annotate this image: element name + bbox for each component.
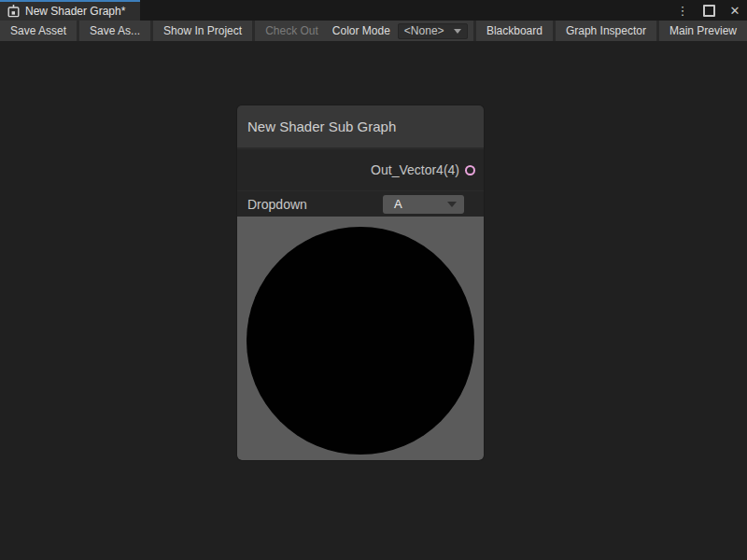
dropdown-property-label: Dropdown xyxy=(247,197,307,212)
maximize-button[interactable] xyxy=(702,4,715,17)
main-preview-toggle-button[interactable]: Main Preview xyxy=(659,21,747,41)
vector4-port-icon[interactable] xyxy=(465,165,475,175)
dropdown-property-control[interactable]: A xyxy=(383,195,464,214)
graph-inspector-toggle-button[interactable]: Graph Inspector xyxy=(556,21,656,41)
shader-graph-toolbar: Save Asset Save As... Show In Project Ch… xyxy=(0,21,747,41)
node-preview-area[interactable] xyxy=(237,217,484,460)
tab-title: New Shader Graph* xyxy=(25,5,125,18)
window-tab-bar: New Shader Graph* ⋮ ✕ xyxy=(0,0,747,21)
sub-graph-output-node[interactable]: New Shader Sub Graph Out_Vector4(4) Drop… xyxy=(237,105,484,460)
save-asset-button[interactable]: Save Asset xyxy=(0,21,77,41)
dropdown-property-row: Dropdown A xyxy=(237,190,484,217)
output-port-label: Out_Vector4(4) xyxy=(371,162,459,177)
close-button[interactable]: ✕ xyxy=(728,4,741,17)
graph-canvas[interactable]: New Shader Sub Graph Out_Vector4(4) Drop… xyxy=(0,41,747,560)
chevron-down-icon xyxy=(447,202,457,207)
node-title: New Shader Sub Graph xyxy=(247,119,396,134)
node-header[interactable]: New Shader Sub Graph xyxy=(237,105,484,149)
window-menu-button[interactable]: ⋮ xyxy=(676,4,689,17)
output-port-row: Out_Vector4(4) xyxy=(237,149,484,190)
save-as-button[interactable]: Save As... xyxy=(79,21,150,41)
chevron-down-icon xyxy=(454,29,461,34)
color-mode-label: Color Mode xyxy=(329,21,398,41)
blackboard-toggle-button[interactable]: Blackboard xyxy=(476,21,553,41)
sphere-preview xyxy=(247,227,474,455)
window-controls: ⋮ ✕ xyxy=(676,0,741,21)
color-mode-value: <None> xyxy=(404,24,454,37)
close-icon: ✕ xyxy=(730,5,740,17)
dropdown-property-value: A xyxy=(394,197,447,211)
color-mode-dropdown[interactable]: <None> xyxy=(398,23,468,39)
check-out-button: Check Out xyxy=(255,21,329,41)
kebab-menu-icon: ⋮ xyxy=(677,5,689,17)
maximize-icon xyxy=(703,5,715,17)
show-in-project-button[interactable]: Show In Project xyxy=(153,21,252,41)
shader-graph-asset-icon xyxy=(7,5,20,18)
tab-new-shader-graph[interactable]: New Shader Graph* xyxy=(0,0,140,21)
